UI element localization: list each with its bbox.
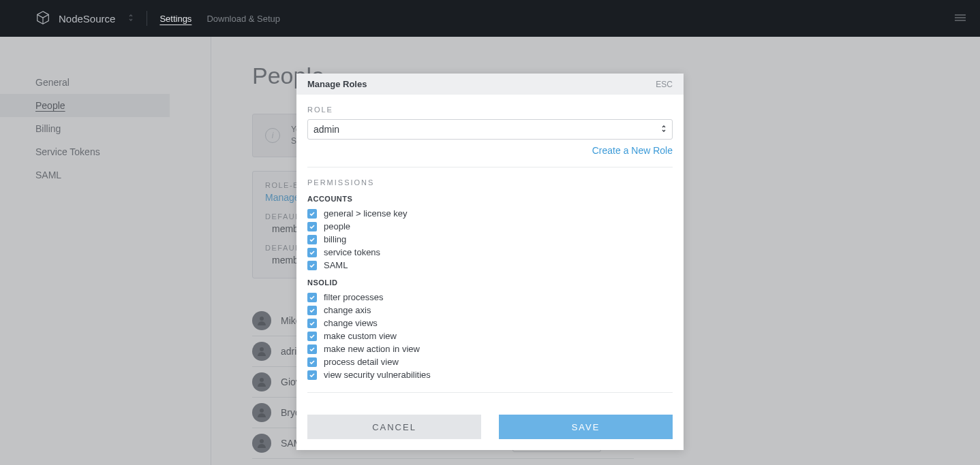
perm-item: filter processes — [307, 291, 673, 304]
checkbox-checked[interactable] — [307, 261, 317, 270]
perm-item-label: change views — [324, 318, 378, 328]
perm-item: SAML — [307, 259, 673, 272]
save-button[interactable]: SAVE — [499, 415, 673, 439]
role-select-value: admin — [313, 124, 339, 135]
perm-item: process detail view — [307, 355, 673, 368]
checkbox-checked[interactable] — [307, 306, 317, 315]
brand-name: NodeSource — [59, 13, 115, 25]
perm-item-label: process detail view — [324, 357, 399, 367]
brand[interactable]: NodeSource — [35, 10, 134, 27]
checkbox-checked[interactable] — [307, 370, 317, 380]
modal-header: Manage Roles ESC — [296, 74, 684, 95]
perm-group-head: ACCOUNTS — [307, 195, 673, 203]
perm-item-label: view security vulnerabilities — [324, 370, 431, 380]
logo-cube-icon — [35, 10, 50, 27]
perm-item-label: people — [324, 221, 350, 231]
hamburger-icon[interactable] — [954, 13, 966, 24]
perm-item-label: filter processes — [324, 292, 383, 302]
checkbox-checked[interactable] — [307, 222, 317, 231]
perm-item-label: change axis — [324, 305, 371, 315]
perm-item-label: SAML — [324, 260, 348, 270]
modal-body: ROLE admin Create a New Role PERMISSIONS… — [296, 95, 684, 415]
perm-item: service tokens — [307, 246, 673, 259]
perm-item-label: make custom view — [324, 331, 397, 341]
cancel-button[interactable]: CANCEL — [307, 415, 481, 439]
topbar-divider — [147, 11, 147, 26]
perm-item: billing — [307, 233, 673, 246]
perm-item: change views — [307, 317, 673, 330]
permissions-label: PERMISSIONS — [307, 178, 673, 187]
perm-item: people — [307, 220, 673, 233]
perm-item-label: general > license key — [324, 208, 408, 219]
role-label: ROLE — [307, 106, 673, 114]
updown-icon — [661, 125, 667, 134]
nav-settings[interactable]: Settings — [159, 14, 192, 24]
perm-group-accounts: ACCOUNTS general > license key people bi… — [307, 195, 673, 272]
divider — [307, 392, 673, 393]
checkbox-checked[interactable] — [307, 357, 317, 367]
perm-item: general > license key — [307, 207, 673, 220]
perm-group-head: NSOLID — [307, 278, 673, 287]
perm-item: make custom view — [307, 330, 673, 342]
modal-overlay[interactable]: Manage Roles ESC ROLE admin Create a New… — [0, 37, 980, 465]
topbar: NodeSource Settings Download & Setup — [0, 0, 980, 37]
role-select[interactable]: admin — [307, 119, 673, 140]
perm-item: change axis — [307, 304, 673, 317]
perm-item-label: make new action in view — [324, 344, 420, 354]
divider — [307, 167, 673, 167]
modal-footer: CANCEL SAVE — [296, 415, 684, 450]
modal-close-esc[interactable]: ESC — [656, 80, 673, 89]
checkbox-checked[interactable] — [307, 248, 317, 257]
nav-download[interactable]: Download & Setup — [206, 14, 280, 24]
checkbox-checked[interactable] — [307, 319, 317, 328]
checkbox-checked[interactable] — [307, 293, 317, 302]
create-role-link[interactable]: Create a New Role — [307, 145, 673, 156]
perm-item-label: billing — [324, 234, 346, 244]
perm-item: view security vulnerabilities — [307, 368, 673, 381]
checkbox-checked[interactable] — [307, 209, 317, 219]
org-switcher-icon[interactable] — [127, 13, 134, 24]
perm-item: make new action in view — [307, 342, 673, 355]
checkbox-checked[interactable] — [307, 235, 317, 244]
checkbox-checked[interactable] — [307, 344, 317, 354]
topnav: Settings Download & Setup — [159, 14, 280, 24]
perm-group-nsolid: NSOLID filter processes change axis chan… — [307, 278, 673, 381]
modal-title: Manage Roles — [307, 79, 367, 89]
checkbox-checked[interactable] — [307, 332, 317, 341]
perm-item-label: service tokens — [324, 247, 380, 257]
manage-roles-modal: Manage Roles ESC ROLE admin Create a New… — [296, 74, 684, 450]
